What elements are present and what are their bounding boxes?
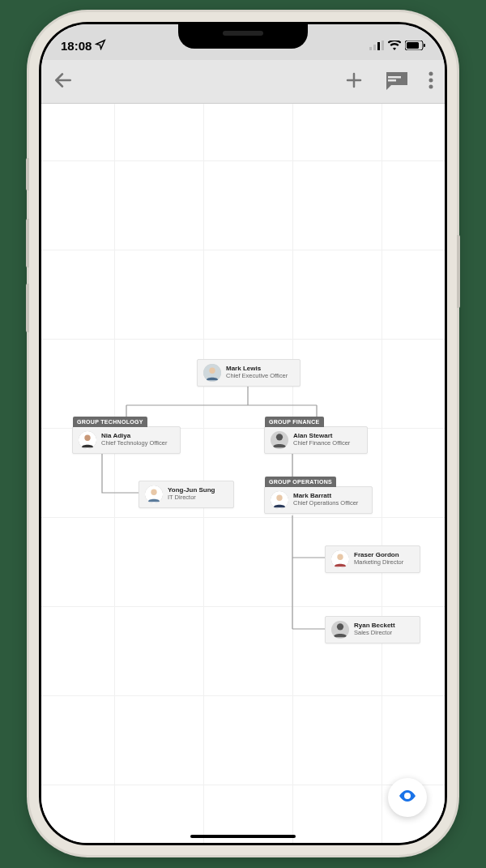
home-indicator[interactable]: [190, 835, 296, 838]
phone-inner: 18:08: [39, 22, 447, 845]
avatar: [203, 364, 221, 382]
node-title: Marketing Director: [354, 559, 403, 566]
status-time: 18:08: [61, 39, 92, 53]
side-button: [26, 284, 29, 332]
org-node-ceo[interactable]: Mark Lewis Chief Executive Officer: [197, 359, 301, 387]
avatar: [331, 621, 349, 639]
node-title: Chief Operations Officer: [293, 500, 358, 507]
location-icon: [95, 39, 106, 53]
svg-rect-6: [424, 44, 425, 47]
org-node-cfo[interactable]: GROUP FINANCE Alan Stewart Chief Finance…: [264, 426, 368, 454]
avatar: [145, 485, 163, 503]
cellular-icon: [369, 39, 384, 53]
svg-point-9: [429, 71, 433, 75]
svg-rect-7: [388, 76, 401, 79]
org-chart-connectors: [41, 104, 445, 843]
side-button: [26, 219, 29, 267]
more-button[interactable]: [428, 71, 433, 92]
group-label: GROUP FINANCE: [265, 417, 324, 427]
avatar: [271, 431, 288, 449]
svg-rect-1: [373, 45, 376, 50]
svg-rect-2: [377, 42, 380, 50]
notch: [178, 24, 308, 49]
node-title: Chief Executive Officer: [226, 373, 288, 379]
add-button[interactable]: [344, 71, 364, 93]
screen: 18:08: [41, 24, 445, 843]
node-title: Sales Director: [354, 630, 395, 636]
status-right: [369, 32, 425, 53]
svg-point-20: [276, 495, 282, 501]
svg-rect-5: [407, 42, 419, 49]
svg-point-11: [429, 84, 433, 88]
group-label: GROUP TECHNOLOGY: [73, 417, 147, 427]
comment-button[interactable]: [383, 71, 409, 93]
avatar: [331, 550, 349, 568]
node-title: Chief Finance Officer: [293, 440, 350, 447]
svg-rect-8: [388, 79, 396, 82]
svg-point-17: [151, 490, 156, 495]
svg-rect-3: [382, 41, 384, 50]
side-button: [26, 158, 29, 190]
eye-icon: [398, 786, 417, 809]
wifi-icon: [388, 39, 401, 53]
node-title: Chief Technology Officer: [101, 440, 167, 447]
app-header: [41, 60, 445, 104]
svg-point-15: [84, 435, 90, 441]
diagram-canvas[interactable]: Mark Lewis Chief Executive Officer GROUP…: [41, 104, 445, 843]
phone-frame: 18:08: [29, 12, 457, 855]
svg-point-24: [406, 794, 409, 797]
view-fab[interactable]: [388, 778, 427, 817]
svg-point-13: [209, 368, 215, 374]
org-node-sales[interactable]: Ryan Beckett Sales Director: [325, 616, 420, 644]
org-node-marketing[interactable]: Fraser Gordon Marketing Director: [325, 545, 420, 573]
svg-point-18: [276, 434, 283, 440]
svg-rect-0: [369, 47, 372, 50]
battery-icon: [405, 39, 425, 53]
org-node-cto[interactable]: GROUP TECHNOLOGY Nia Adiya Chief Technol…: [72, 426, 181, 454]
svg-point-23: [337, 623, 343, 630]
group-label: GROUP OPERATIONS: [265, 477, 336, 487]
avatar: [271, 491, 288, 509]
org-node-it-director[interactable]: Yong-Jun Sung IT Director: [139, 481, 234, 508]
back-button[interactable]: [53, 70, 74, 94]
svg-point-10: [429, 78, 433, 82]
org-node-coo[interactable]: GROUP OPERATIONS Mark Barratt Chief Oper…: [264, 486, 373, 514]
avatar: [79, 431, 96, 449]
status-left: 18:08: [61, 32, 106, 53]
svg-point-22: [337, 554, 343, 560]
node-title: IT Director: [168, 494, 215, 501]
side-button: [457, 235, 460, 308]
